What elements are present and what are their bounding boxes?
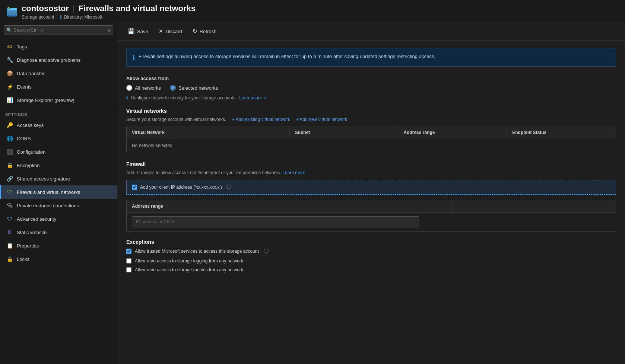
table-header: Virtual Network Subnet Address range End… — [127, 126, 616, 139]
allow-access-section: Allow access from All networks Selected … — [126, 76, 616, 100]
sidebar-item-properties[interactable]: 📋 Properties — [0, 239, 117, 252]
settings-section-label: Settings — [0, 107, 117, 118]
learn-more-link[interactable]: Learn more ↗ — [239, 95, 267, 100]
read-metrics-checkbox[interactable] — [126, 267, 131, 272]
page-title: Firewalls and virtual networks — [79, 4, 196, 13]
exception-trusted-ms[interactable]: Allow trusted Microsoft services to acce… — [126, 248, 616, 255]
firewall-section: Firewall Add IP ranges to allow access f… — [126, 161, 616, 232]
wrench-icon: 🔧 — [6, 57, 13, 63]
sidebar-item-private-endpoint[interactable]: 🔌 Private endpoint connections — [0, 199, 117, 212]
sidebar-item-data-transfer[interactable]: 📦 Data transfer — [0, 67, 117, 80]
toolbar: 💾 Save ✕ Discard ↻ Refresh — [117, 22, 625, 41]
address-range-header: Address range — [127, 200, 616, 213]
sidebar-item-events[interactable]: ⚡ Events — [0, 80, 117, 93]
svg-point-4 — [14, 15, 16, 17]
events-icon: ⚡ — [6, 83, 13, 90]
save-icon: 💾 — [128, 28, 135, 35]
sidebar-item-access-keys[interactable]: 🔑 Access keys — [0, 118, 117, 132]
virtual-networks-table: Virtual Network Subnet Address range End… — [126, 126, 616, 152]
static-website-icon: 🖥 — [6, 229, 13, 236]
refresh-icon: ↻ — [193, 28, 197, 35]
resource-icon: ! — [6, 6, 18, 18]
sidebar-item-cors[interactable]: 🌐 CORS — [0, 132, 117, 145]
subtitle-type: Storage account — [22, 15, 54, 20]
allow-access-label: Allow access from — [126, 76, 616, 81]
address-range-col-header: Address range — [127, 200, 453, 212]
virtual-networks-section: Virtual networks Secure your storage acc… — [126, 108, 616, 152]
tag-icon: 🏷 — [6, 43, 13, 50]
sidebar-item-firewalls[interactable]: 🛡 Firewalls and virtual networks — [0, 185, 117, 199]
refresh-button[interactable]: ↻ Refresh — [188, 26, 221, 36]
address-input-row — [127, 213, 616, 231]
exception-read-metrics[interactable]: Allow read access to storage metrics fro… — [126, 267, 616, 272]
sidebar-nav: 🏷 Tags 🔧 Diagnose and solve problems 📦 D… — [0, 38, 117, 364]
sidebar-item-tags[interactable]: 🏷 Tags — [0, 40, 117, 53]
encryption-icon: 🔒 — [6, 162, 13, 169]
client-ip-checkbox[interactable] — [132, 185, 137, 190]
config-info-icon: ℹ — [126, 95, 128, 100]
config-icon: ⬛ — [6, 149, 13, 155]
client-ip-info-icon: ⓘ — [226, 184, 231, 191]
search-input[interactable] — [4, 25, 113, 35]
sidebar-item-static-website[interactable]: 🖥 Static website — [0, 226, 117, 239]
exception-read-logging[interactable]: Allow read access to storage logging fro… — [126, 258, 616, 264]
locks-icon: 🔒 — [6, 256, 13, 262]
vnet-desc: Secure your storage account with virtual… — [126, 117, 226, 122]
add-existing-vnet-link[interactable]: + Add existing virtual network — [232, 117, 290, 122]
external-link-icon: ↗ — [263, 96, 267, 100]
add-new-vnet-link[interactable]: + Add new virtual network — [296, 117, 347, 122]
read-logging-checkbox[interactable] — [126, 258, 131, 264]
sidebar-item-locks[interactable]: 🔒 Locks — [0, 252, 117, 266]
sidebar-item-advanced-security[interactable]: 🛡 Advanced security — [0, 212, 117, 226]
directory-label: Directory: Microsoft — [64, 15, 102, 20]
sidebar-item-encryption[interactable]: 🔒 Encryption — [0, 159, 117, 172]
firewall-title: Firewall — [126, 161, 616, 167]
svg-point-3 — [11, 15, 13, 17]
exceptions-section: Exceptions Allow trusted Microsoft servi… — [126, 239, 616, 272]
all-networks-option[interactable]: All networks — [126, 85, 161, 91]
trusted-ms-checkbox[interactable] — [126, 249, 131, 254]
firewall-learn-more-link[interactable]: Learn more. — [282, 170, 307, 175]
banner-text: Firewall settings allowing access to sto… — [139, 54, 435, 59]
ip-address-input[interactable] — [132, 216, 419, 227]
discard-button[interactable]: ✕ Discard — [154, 26, 187, 36]
sidebar-item-configuration[interactable]: ⬛ Configuration — [0, 145, 117, 159]
shared-access-icon: 🔗 — [6, 175, 13, 182]
sidebar-item-diagnose[interactable]: 🔧 Diagnose and solve problems — [0, 53, 117, 67]
network-radio-group: All networks Selected networks — [126, 85, 616, 91]
collapse-icon[interactable]: « — [108, 27, 111, 33]
col-subnet: Subnet — [290, 126, 399, 139]
transfer-icon: 📦 — [6, 70, 13, 77]
svg-text:!: ! — [8, 7, 9, 9]
resource-name: contosostor — [22, 4, 69, 13]
firewall-icon: 🛡 — [6, 189, 13, 195]
all-networks-radio[interactable] — [126, 85, 132, 91]
virtual-networks-title: Virtual networks — [126, 108, 616, 114]
sidebar: 🔍 « 🏷 Tags 🔧 Diagnose and solve problems… — [0, 22, 117, 364]
config-note: ℹ Configure network security for your st… — [126, 95, 616, 100]
content-panel: 💾 Save ✕ Discard ↻ Refresh ℹ Firewall se… — [117, 22, 625, 364]
sidebar-item-shared-access[interactable]: 🔗 Shared access signature — [0, 172, 117, 185]
key-icon: 🔑 — [6, 122, 13, 128]
advanced-security-icon: 🛡 — [6, 215, 13, 222]
save-button[interactable]: 💾 Save — [123, 26, 153, 36]
config-note-text: Configure network security for your stor… — [131, 95, 237, 100]
main-content: ℹ Firewall settings allowing access to s… — [117, 41, 625, 364]
client-ip-label: Add your client IP address ('xx.xxx.xxx.… — [140, 185, 222, 190]
app-header: ! contosostor | Firewalls and virtual ne… — [0, 0, 625, 22]
private-endpoint-icon: 🔌 — [6, 202, 13, 209]
discard-icon: ✕ — [159, 28, 164, 35]
selected-networks-radio[interactable] — [170, 85, 176, 91]
selected-networks-option[interactable]: Selected networks — [170, 85, 218, 91]
storage-explorer-icon: 📊 — [6, 97, 13, 103]
banner-info-icon: ℹ — [133, 54, 135, 61]
breadcrumb: Storage account | ℹ Directory: Microsoft — [22, 14, 196, 20]
client-ip-checkbox-row[interactable]: Add your client IP address ('xx.xxx.xxx.… — [126, 180, 616, 195]
trusted-ms-info-icon: ⓘ — [264, 248, 269, 255]
info-icon: ℹ — [60, 14, 62, 20]
no-data-cell: No network selected. — [127, 139, 616, 152]
vnet-header: Secure your storage account with virtual… — [126, 117, 616, 122]
col-address-range: Address range — [398, 126, 507, 139]
firewall-desc: Add IP ranges to allow access from the i… — [126, 170, 616, 175]
sidebar-item-storage-explorer[interactable]: 📊 Storage Explorer (preview) — [0, 93, 117, 107]
